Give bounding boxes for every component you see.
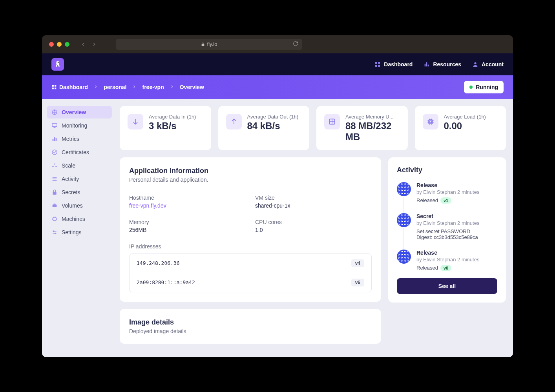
svg-rect-25 xyxy=(429,120,433,124)
back-button[interactable] xyxy=(80,42,86,47)
svg-rect-12 xyxy=(52,88,54,89)
svg-rect-11 xyxy=(55,85,56,86)
sidebar-item-scale[interactable]: Scale xyxy=(47,159,112,172)
svg-rect-15 xyxy=(52,123,57,126)
nav-dashboard-label: Dashboard xyxy=(384,61,413,67)
svg-rect-17 xyxy=(54,137,55,141)
chevron-right-icon xyxy=(170,84,174,90)
monitor-icon xyxy=(51,122,58,129)
ip-row: 149.248.206.36 v4 xyxy=(130,254,371,273)
browser-window: fly.io Dashboard Resources xyxy=(42,35,513,357)
content: Average Data In (1h) 3 kB/s Average Data… xyxy=(117,99,513,357)
cert-icon xyxy=(51,149,58,155)
sidebar-item-machines[interactable]: Machines xyxy=(47,213,112,225)
dashboard-icon xyxy=(51,84,57,90)
breadcrumb-app[interactable]: free-vpn xyxy=(142,84,164,90)
ip-address: 149.248.206.36 xyxy=(137,260,180,266)
stat-label: Average Data In (1h) xyxy=(149,114,196,120)
volumes-icon xyxy=(51,202,58,209)
traffic-lights xyxy=(49,42,69,47)
sidebar-item-label: Secrets xyxy=(62,189,80,195)
maximize-window-button[interactable] xyxy=(65,42,69,47)
nav-account[interactable]: Account xyxy=(472,61,504,67)
nav-dashboard[interactable]: Dashboard xyxy=(374,61,413,67)
svg-rect-18 xyxy=(56,138,57,141)
breadcrumb-overview[interactable]: Overview xyxy=(180,84,204,90)
stat-card-memory: Average Memory U... 88 MB/232 MB xyxy=(316,106,408,150)
minimize-window-button[interactable] xyxy=(57,42,62,47)
svg-rect-13 xyxy=(55,88,56,89)
sidebar-item-label: Metrics xyxy=(62,136,79,142)
stats-row: Average Data In (1h) 3 kB/s Average Data… xyxy=(120,106,506,150)
svg-rect-20 xyxy=(53,204,57,207)
close-window-button[interactable] xyxy=(49,42,54,47)
sidebar-item-overview[interactable]: Overview xyxy=(47,106,112,119)
lock-icon xyxy=(51,189,58,195)
version-badge: v1 xyxy=(440,197,451,204)
image-details-title: Image details xyxy=(129,318,372,326)
svg-rect-5 xyxy=(378,65,380,67)
sidebar-item-metrics[interactable]: Metrics xyxy=(47,133,112,145)
status-label: Running xyxy=(476,84,498,90)
account-icon xyxy=(472,61,478,67)
stat-card-datain: Average Data In (1h) 3 kB/s xyxy=(120,106,211,150)
forward-button[interactable] xyxy=(91,42,97,47)
breadcrumb-dashboard[interactable]: Dashboard xyxy=(51,84,88,90)
app-header: Dashboard Resources Account xyxy=(42,53,513,75)
stat-value: 0.00 xyxy=(444,120,486,131)
image-details-subtitle: Deployed image details xyxy=(129,328,372,334)
grid-icon xyxy=(324,114,340,129)
sidebar-item-volumes[interactable]: Volumes xyxy=(47,199,112,212)
sidebar-item-monitoring[interactable]: Monitoring xyxy=(47,119,112,132)
breadcrumb: Dashboard personal free-vpn Overview xyxy=(51,84,204,90)
browser-chrome: fly.io xyxy=(42,35,513,53)
chevron-right-icon xyxy=(93,84,98,90)
sidebar-item-secrets[interactable]: Secrets xyxy=(47,186,112,199)
app-info-card: Application Information Personal details… xyxy=(120,157,381,302)
sidebar-item-label: Activity xyxy=(62,176,79,182)
svg-rect-3 xyxy=(378,62,380,64)
svg-point-22 xyxy=(53,231,55,232)
image-details-card: Image details Deployed image details xyxy=(120,309,381,344)
status-badge: Running xyxy=(464,81,504,93)
ip-section: IP addresses 149.248.206.36 v4 2a09:8280… xyxy=(129,243,372,292)
main: Overview Monitoring Metrics Certificates… xyxy=(42,99,513,357)
svg-point-1 xyxy=(58,62,59,63)
sidebar-item-settings[interactable]: Settings xyxy=(47,226,112,239)
activity-list: Release by Elwin Stephan 2 minutes Relea… xyxy=(397,182,497,277)
sidebar-item-label: Overview xyxy=(62,109,86,115)
breadcrumb-personal[interactable]: personal xyxy=(104,84,126,90)
resources-icon xyxy=(424,61,430,67)
sidebar-item-label: Settings xyxy=(62,229,82,235)
globe-icon xyxy=(51,109,58,115)
stat-value: 84 kB/s xyxy=(247,120,299,131)
logo[interactable] xyxy=(51,58,64,71)
sidebar-item-label: Scale xyxy=(62,162,75,169)
header-nav: Dashboard Resources Account xyxy=(374,61,504,67)
hostname-link[interactable]: free-vpn.fly.dev xyxy=(129,202,246,209)
svg-point-0 xyxy=(57,62,57,63)
svg-rect-26 xyxy=(429,120,431,122)
sidebar-item-label: Volumes xyxy=(62,202,83,209)
url-text: fly.io xyxy=(207,41,217,47)
svg-rect-16 xyxy=(53,139,54,141)
lock-icon xyxy=(201,42,205,47)
chevron-right-icon xyxy=(132,84,137,90)
scale-icon xyxy=(51,162,58,169)
see-all-button[interactable]: See all xyxy=(397,278,497,294)
sidebar-item-activity[interactable]: Activity xyxy=(47,173,112,185)
nav-resources[interactable]: Resources xyxy=(424,61,461,67)
refresh-icon[interactable] xyxy=(293,41,298,47)
sidebar-item-label: Machines xyxy=(62,216,85,222)
app-info-subtitle: Personal details and application. xyxy=(129,177,372,183)
svg-rect-4 xyxy=(375,65,377,67)
cpu-icon xyxy=(423,114,438,129)
stat-label: Average Memory U... xyxy=(345,114,400,120)
svg-rect-21 xyxy=(53,217,56,221)
activity-card: Activity Release by Elwin Stephan 2 minu… xyxy=(388,157,506,303)
dashboard-icon xyxy=(374,61,381,67)
stat-card-dataout: Average Data Out (1h) 84 kB/s xyxy=(218,106,310,150)
sidebar-item-certificates[interactable]: Certificates xyxy=(47,146,112,159)
activity-icon xyxy=(51,176,58,182)
url-bar[interactable]: fly.io xyxy=(116,39,302,50)
